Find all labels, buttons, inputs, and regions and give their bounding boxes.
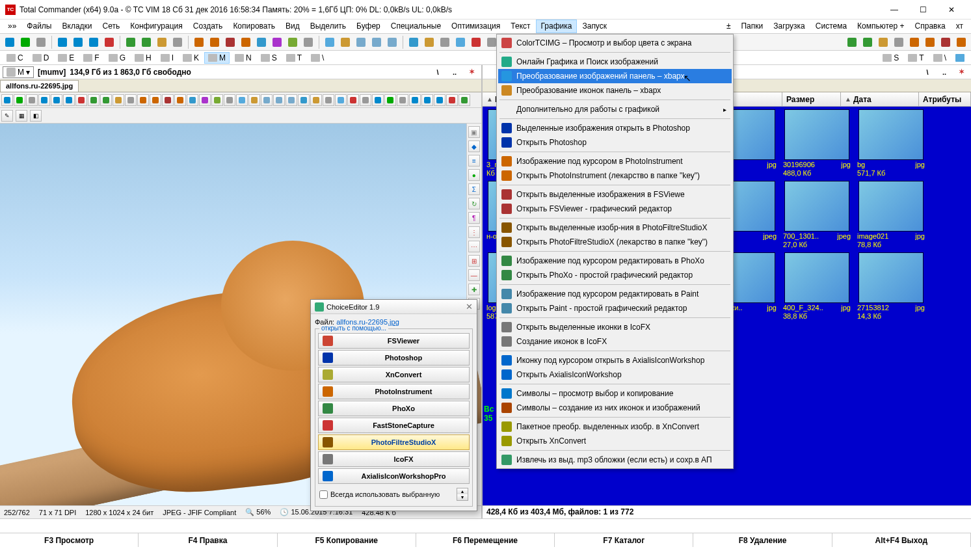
menu-копировать[interactable]: Копировать xyxy=(228,20,280,33)
drive-N[interactable]: N xyxy=(231,52,256,64)
lister-tb-btn-17[interactable] xyxy=(211,94,223,106)
fnkey-f5[interactable]: F5 Копирование xyxy=(278,533,416,547)
lister-tb-btn-11[interactable] xyxy=(137,94,149,106)
toolbar-btn-13[interactable] xyxy=(223,35,237,49)
vstrip-btn-10[interactable]: — xyxy=(468,269,480,281)
fnkey-f8[interactable]: F8 Удаление xyxy=(693,533,832,547)
vstrip-btn-8[interactable]: ⋯ xyxy=(468,241,480,252)
toolbar-btn-27[interactable] xyxy=(453,35,468,49)
lister-tb-btn-32[interactable] xyxy=(397,94,408,106)
dropdown-item[interactable]: Онлайн Графика и Поиск изображений xyxy=(498,55,732,69)
toolbar-btn-15[interactable] xyxy=(254,35,269,49)
path-tool-2[interactable]: .. xyxy=(447,65,462,79)
toolbar-right-btn-3[interactable] xyxy=(892,35,906,49)
toolbar-btn-3[interactable] xyxy=(55,35,70,49)
lister-tb-btn-30[interactable] xyxy=(372,94,384,106)
vstrip-btn-11[interactable]: ✚ xyxy=(468,284,480,295)
drive-right-T[interactable]: T xyxy=(904,52,927,64)
toolbar-right-btn-4[interactable] xyxy=(907,35,922,49)
drive-right-\[interactable]: \ xyxy=(929,52,950,64)
lister-tb-btn-37[interactable] xyxy=(459,94,470,106)
thumbnail-item[interactable]: 400_F_324..jpg38,8 Кб xyxy=(782,252,852,320)
toolbar-right-btn-2[interactable] xyxy=(876,35,890,49)
toolbar-btn-0[interactable] xyxy=(3,35,17,49)
vstrip-btn-4[interactable]: Σ xyxy=(468,183,480,195)
lister-tb-btn-5[interactable] xyxy=(63,94,75,106)
lister-tool-b[interactable]: ▦ xyxy=(16,110,27,122)
menu-файлы[interactable]: Файлы xyxy=(21,20,57,33)
menu-текст[interactable]: Текст xyxy=(505,20,535,33)
toolbar-btn-16[interactable] xyxy=(270,35,284,49)
menu-компьютер +[interactable]: Компьютер + xyxy=(852,20,909,33)
vstrip-btn-6[interactable]: ¶ xyxy=(468,212,480,224)
choice-open-photofiltrestudiox[interactable]: PhotoFiltreStudioX xyxy=(318,434,470,450)
lister-tb-btn-2[interactable] xyxy=(26,94,38,106)
toolbar-right-btn-1[interactable] xyxy=(860,35,875,49)
toolbar-btn-9[interactable] xyxy=(155,35,169,49)
choice-open-xnconvert[interactable]: XnConvert xyxy=(318,367,470,382)
menu-сеть[interactable]: Сеть xyxy=(98,20,126,33)
fnkey-f7[interactable]: F7 Каталог xyxy=(555,533,693,547)
hdr-size[interactable]: Размер xyxy=(782,92,841,106)
toolbar-btn-18[interactable] xyxy=(301,35,315,49)
lister-tb-btn-27[interactable] xyxy=(335,94,347,106)
rpath-tool-3[interactable]: ✶ xyxy=(954,65,968,79)
toolbar-btn-7[interactable] xyxy=(124,35,138,49)
lister-tb-btn-7[interactable] xyxy=(88,94,100,106)
lister-tb-btn-22[interactable] xyxy=(273,94,285,106)
lister-tb-btn-23[interactable] xyxy=(286,94,297,106)
menu-вкладки[interactable]: Вкладки xyxy=(57,20,98,33)
toolbar-btn-11[interactable] xyxy=(192,35,206,49)
dropdown-item[interactable]: Извлечь из выд. mp3 обложки (если есть) … xyxy=(498,453,732,467)
dropdown-item[interactable]: Открыть выделенные изобр-ния в PhotoFilt… xyxy=(498,220,732,235)
dropdown-item[interactable]: Изображение под курсором редактировать в… xyxy=(498,254,732,268)
thumbnail-item[interactable]: 30196906jpg488,0 Кб xyxy=(782,109,852,177)
dropdown-item[interactable]: Открыть PhotoInstrument (лекарство в пап… xyxy=(498,168,732,183)
menu-выделить[interactable]: Выделить xyxy=(305,20,351,33)
dropdown-item[interactable]: Создание иконок в IcoFX xyxy=(498,334,732,349)
thumbnail-item[interactable]: 27153812jpg14,3 Кб xyxy=(856,252,926,320)
drive-C[interactable]: C xyxy=(3,52,27,64)
menu-загрузка[interactable]: Загрузка xyxy=(768,20,810,33)
toolbar-btn-10[interactable] xyxy=(170,35,185,49)
choice-open-photoinstrument[interactable]: PhotoInstrument xyxy=(318,384,470,399)
lister-tb-btn-6[interactable] xyxy=(75,94,87,106)
choice-always-checkbox[interactable] xyxy=(319,490,328,499)
toolbar-btn-5[interactable] xyxy=(86,35,101,49)
choice-close-button[interactable]: ✕ xyxy=(466,302,473,312)
vstrip-btn-2[interactable]: ≡ xyxy=(468,155,480,167)
lister-tb-btn-9[interactable] xyxy=(113,94,124,106)
lister-tool-c[interactable]: ◧ xyxy=(30,110,42,122)
drive-\[interactable]: \ xyxy=(307,52,328,64)
drive-I[interactable]: I xyxy=(157,52,178,64)
drive-F[interactable]: F xyxy=(79,52,103,64)
vstrip-btn-7[interactable]: ⋮ xyxy=(468,226,480,238)
lister-tool-a[interactable]: ✎ xyxy=(1,110,13,122)
thumbnail-item[interactable]: image021jpg78,8 Кб xyxy=(856,181,926,248)
dropdown-item[interactable]: Изображение под курсором в PhotoInstrume… xyxy=(498,154,732,168)
lister-tb-btn-10[interactable] xyxy=(125,94,137,106)
menu-справка[interactable]: Справка xyxy=(910,20,951,33)
dropdown-item[interactable]: Пакетное преобр. выделенных изобр. в XnC… xyxy=(498,420,732,434)
left-drive-combo[interactable]: M ▾ xyxy=(3,66,34,78)
lister-tb-btn-13[interactable] xyxy=(162,94,174,106)
toolbar-btn-2[interactable] xyxy=(34,35,48,49)
lister-tb-btn-36[interactable] xyxy=(446,94,458,106)
toolbar-btn-1[interactable] xyxy=(18,35,33,49)
maximize-button[interactable]: ☐ xyxy=(909,1,937,19)
lister-tb-btn-8[interactable] xyxy=(100,94,112,106)
rpath-tool-2[interactable]: .. xyxy=(937,65,951,79)
drive-M[interactable]: M xyxy=(204,52,230,64)
lister-tb-btn-15[interactable] xyxy=(187,94,198,106)
lister-tb-btn-34[interactable] xyxy=(421,94,433,106)
lister-tb-btn-1[interactable] xyxy=(14,94,25,106)
lister-tb-btn-25[interactable] xyxy=(310,94,322,106)
lister-tb-btn-35[interactable] xyxy=(434,94,446,106)
lister-tb-btn-18[interactable] xyxy=(224,94,235,106)
lister-tb-btn-21[interactable] xyxy=(261,94,273,106)
drive-K[interactable]: K xyxy=(179,52,203,64)
lister-tb-btn-20[interactable] xyxy=(248,94,260,106)
menu-вид[interactable]: Вид xyxy=(280,20,305,33)
choice-open-photoshop[interactable]: Photoshop xyxy=(318,350,470,366)
choice-open-fsviewer[interactable]: FSViewer xyxy=(318,333,470,349)
